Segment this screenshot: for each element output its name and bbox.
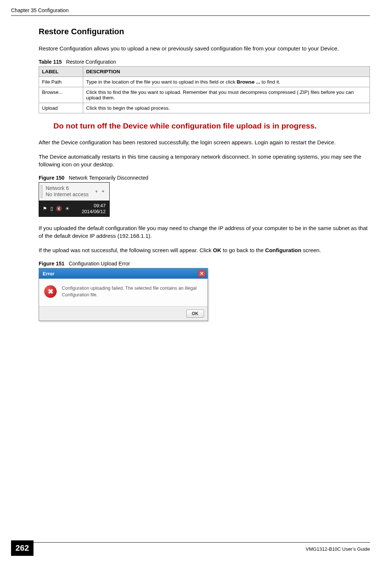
figure-number: Figure 150: [39, 175, 64, 181]
dropdown-icon: ▾: [95, 189, 98, 194]
paragraph: If you uploaded the default configuratio…: [39, 224, 370, 240]
intro-paragraph: Restore Configuration allows you to uplo…: [39, 45, 370, 52]
network-tooltip: Network 6 No Internet access ▾ ✦: [39, 183, 109, 201]
chapter-label: Chapter 35 Configuration: [11, 7, 68, 13]
cell-desc: Click this to find the file you want to …: [83, 87, 370, 103]
page-footer: 262 VMG1312-B10C User’s Guide: [11, 542, 370, 552]
cell-label: File Path: [39, 77, 83, 87]
paragraph: After the Device configuration has been …: [39, 138, 370, 146]
network-name: Network 6: [46, 185, 89, 191]
network-icon: ▯: [50, 206, 53, 211]
dialog-body: ✖ Configuration uploading failed. The se…: [39, 279, 208, 306]
tray-icons: ⚑ ▯ 🔇 ☀: [43, 206, 71, 211]
close-button[interactable]: ✕: [198, 270, 205, 277]
figure-caption: Figure 150 Network Temporarily Disconnec…: [39, 175, 370, 181]
flag-icon: ⚑: [43, 206, 47, 211]
page-number-box: 262: [11, 540, 33, 556]
th-description: DESCRIPTION: [83, 67, 370, 77]
weather-icon: ☀: [65, 206, 70, 211]
system-tray: ⚑ ▯ 🔇 ☀ 09:47 2014/06/12: [39, 201, 109, 216]
restore-config-table: LABEL DESCRIPTION File Path Type in the …: [39, 66, 370, 113]
cell-label: Browse...: [39, 87, 83, 103]
ok-button[interactable]: OK: [186, 310, 204, 318]
plus-icon: ✦: [101, 189, 105, 194]
network-disconnected-figure: Network 6 No Internet access ▾ ✦ ⚑ ▯ 🔇 ☀…: [39, 182, 110, 217]
tray-time: 09:47: [82, 203, 106, 209]
tray-clock: 09:47 2014/06/12: [82, 203, 106, 214]
page-number: 262: [11, 540, 33, 556]
error-message: Configuration uploading failed. The sele…: [62, 285, 202, 298]
table-number: Table 115: [39, 59, 62, 65]
error-icon: ✖: [44, 285, 57, 298]
footer-guide-title: VMG1312-B10C User’s Guide: [11, 545, 370, 552]
close-icon: ✕: [200, 271, 204, 276]
main-content: Restore Configuration Restore Configurat…: [39, 27, 370, 321]
figure-number: Figure 151: [39, 261, 64, 267]
warning-text: Do not turn off the Device while configu…: [53, 121, 370, 130]
paragraph: The Device automatically restarts in thi…: [39, 153, 370, 168]
table-row: Upload Click this to begin the upload pr…: [39, 103, 370, 113]
grip-bar: [40, 185, 43, 198]
error-dialog: Error ✕ ✖ Configuration uploading failed…: [39, 268, 208, 321]
paragraph: If the upload was not successful, the fo…: [39, 246, 370, 254]
figure-title: Network Temporarily Disconnected: [69, 175, 148, 181]
cell-label: Upload: [39, 103, 83, 113]
table-caption: Table 115 Restore Configuration: [39, 59, 370, 65]
section-title: Restore Configuration: [39, 27, 370, 36]
th-label: LABEL: [39, 67, 83, 77]
cell-desc: Click this to begin the upload process.: [83, 103, 370, 113]
table-title: Restore Configuration: [66, 59, 116, 65]
tray-date: 2014/06/12: [82, 209, 106, 215]
figure-caption: Figure 151 Configuration Upload Error: [39, 261, 370, 267]
tooltip-text: Network 6 No Internet access: [46, 185, 89, 198]
tooltip-controls: ▾ ✦: [95, 189, 105, 194]
dialog-title: Error: [43, 271, 54, 276]
dialog-titlebar: Error ✕: [39, 268, 208, 279]
dialog-footer: OK: [39, 306, 208, 321]
network-status: No Internet access: [46, 191, 89, 198]
table-header-row: LABEL DESCRIPTION: [39, 67, 370, 77]
page-header: Chapter 35 Configuration: [11, 7, 370, 16]
table-row: File Path Type in the location of the fi…: [39, 77, 370, 87]
table-row: Browse... Click this to find the file yo…: [39, 87, 370, 103]
volume-icon: 🔇: [56, 206, 62, 211]
cell-desc: Type in the location of the file you wan…: [83, 77, 370, 87]
figure-title: Configuration Upload Error: [69, 261, 130, 267]
